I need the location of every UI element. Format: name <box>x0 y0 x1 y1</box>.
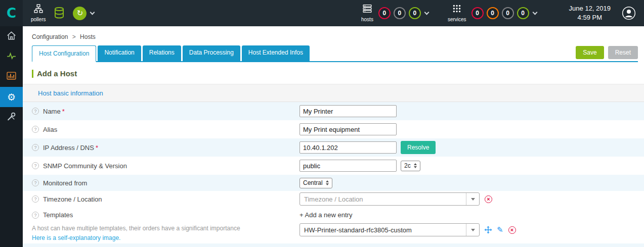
monitored-from-value: Central <box>303 179 323 186</box>
services-critical-badge[interactable]: 0 <box>471 7 484 19</box>
row-ip-address: ? IP Address / DNS * Resolve <box>23 138 644 157</box>
sidebar-item-home[interactable] <box>0 26 23 46</box>
ip-address-label: IP Address / DNS <box>43 144 94 152</box>
centreon-logo-icon: C <box>7 6 16 21</box>
templates-help-text: A host can have multiple templates, thei… <box>32 224 299 233</box>
tab-relations[interactable]: Relations <box>143 45 181 61</box>
sidebar-item-administration[interactable] <box>0 107 23 127</box>
tab-data-processing[interactable]: Data Processing <box>183 45 240 61</box>
snmp-version-select[interactable]: 2c <box>401 161 420 171</box>
hosts-label: hosts <box>361 17 373 22</box>
delete-template-icon[interactable]: × <box>508 226 516 234</box>
pollers-menu[interactable]: pollers <box>31 4 46 22</box>
edit-template-icon[interactable]: ✎ <box>497 225 503 234</box>
gear-icon: ⚙ <box>7 92 16 102</box>
resolve-button[interactable]: Resolve <box>401 141 436 154</box>
main-content: Configuration > Hosts Host Configuration… <box>23 26 644 247</box>
sidebar-item-reporting[interactable] <box>0 67 23 87</box>
required-marker: * <box>62 108 65 115</box>
name-input[interactable] <box>299 105 397 117</box>
home-icon <box>6 30 17 43</box>
hosts-status-group: hosts 0 0 0 <box>361 4 428 22</box>
help-icon[interactable]: ? <box>32 179 39 186</box>
section-accent-bar <box>32 70 33 78</box>
hosts-icon <box>362 4 372 15</box>
services-icon <box>452 4 462 15</box>
services-chevron-down-icon[interactable] <box>532 10 537 15</box>
tab-host-configuration[interactable]: Host Configuration <box>32 45 96 62</box>
help-icon[interactable]: ? <box>32 195 39 203</box>
select-arrows-icon <box>326 180 329 185</box>
template-combobox[interactable]: HW-Printer-standard-rfc3805-custom <box>299 223 480 236</box>
timezone-label: Timezone / Location <box>43 195 102 203</box>
heartbeat-icon <box>6 51 17 63</box>
clock-time: 4:59 PM <box>569 13 611 22</box>
chevron-down-icon[interactable] <box>466 224 479 236</box>
services-badges: 0 0 0 0 <box>471 7 529 19</box>
alias-input[interactable] <box>299 123 397 135</box>
tab-notification[interactable]: Notification <box>98 45 141 61</box>
export-configuration-icon[interactable]: ↻ <box>73 7 87 20</box>
row-templates: ? Templates A host can have multiple tem… <box>23 207 644 243</box>
help-icon[interactable]: ? <box>32 108 39 115</box>
tab-bar: Host Configuration Notification Relation… <box>32 45 638 62</box>
sidebar: ⚙ <box>0 26 23 247</box>
hosts-unreachable-badge[interactable]: 0 <box>394 7 406 19</box>
breadcrumb-separator: > <box>72 33 76 40</box>
help-icon[interactable]: ? <box>32 126 39 133</box>
move-template-icon[interactable] <box>484 226 492 234</box>
snmp-version-value: 2c <box>404 162 411 169</box>
tab-host-extended-infos[interactable]: Host Extended Infos <box>242 45 310 61</box>
add-template-link[interactable]: + Add a new entry <box>299 211 644 219</box>
page-heading: Add a Host <box>32 69 644 78</box>
monitored-from-label: Monitored from <box>43 179 87 187</box>
services-menu[interactable]: services <box>448 4 466 22</box>
breadcrumb-hosts[interactable]: Hosts <box>80 33 96 40</box>
services-unknown-badge[interactable]: 0 <box>502 7 514 19</box>
bar-chart-icon <box>6 71 17 83</box>
help-icon[interactable]: ? <box>32 212 39 219</box>
row-monitored-from: ? Monitored from Central <box>23 175 644 191</box>
name-label: Name <box>43 108 61 115</box>
database-status-icon[interactable] <box>54 7 65 19</box>
timezone-combobox[interactable]: Timezone / Location <box>299 192 480 206</box>
hosts-up-badge[interactable]: 0 <box>409 7 421 19</box>
hosts-down-badge[interactable]: 0 <box>378 7 391 19</box>
poller-chevron-down-icon[interactable] <box>90 10 95 15</box>
chevron-down-icon[interactable] <box>466 193 479 205</box>
centreon-logo[interactable]: C <box>0 0 23 26</box>
reset-button[interactable]: Reset <box>608 46 638 59</box>
alias-label: Alias <box>43 126 57 133</box>
user-avatar[interactable] <box>622 6 636 20</box>
section-title: Host basic information <box>38 89 103 97</box>
pollers-icon <box>33 4 44 15</box>
row-timezone: ? Timezone / Location Timezone / Locatio… <box>23 191 644 207</box>
hosts-menu[interactable]: hosts <box>361 4 373 22</box>
timezone-clear-icon[interactable]: × <box>485 195 492 203</box>
sidebar-item-monitoring[interactable] <box>0 46 23 67</box>
breadcrumb-configuration[interactable]: Configuration <box>32 33 68 40</box>
save-button[interactable]: Save <box>576 46 604 59</box>
snmp-community-input[interactable] <box>299 160 397 172</box>
topbar: C pollers ↻ hosts 0 0 <box>0 0 644 26</box>
monitored-from-select[interactable]: Central <box>299 178 332 188</box>
templates-label: Templates <box>43 211 73 219</box>
services-ok-badge[interactable]: 0 <box>517 7 529 19</box>
pollers-label: pollers <box>31 17 46 22</box>
hosts-chevron-down-icon[interactable] <box>424 10 429 15</box>
help-icon[interactable]: ? <box>32 144 39 151</box>
ip-address-input[interactable] <box>299 141 397 154</box>
section-band: Host basic information <box>23 84 644 102</box>
row-alias: ? Alias <box>23 120 644 138</box>
clock: June 12, 2019 4:59 PM <box>569 4 611 22</box>
templates-help-link[interactable]: Here is a self-explanatory image. <box>32 233 299 243</box>
required-marker: * <box>96 144 98 152</box>
sidebar-item-configuration[interactable]: ⚙ <box>0 87 23 107</box>
row-name: ? Name * <box>23 102 644 120</box>
services-warning-badge[interactable]: 0 <box>487 7 499 19</box>
templates-help: A host can have multiple templates, thei… <box>32 224 299 242</box>
snmp-label: SNMP Community & Version <box>43 162 127 170</box>
timezone-placeholder: Timezone / Location <box>300 195 466 203</box>
row-snmp: ? SNMP Community & Version 2c <box>23 157 644 175</box>
help-icon[interactable]: ? <box>32 162 39 169</box>
